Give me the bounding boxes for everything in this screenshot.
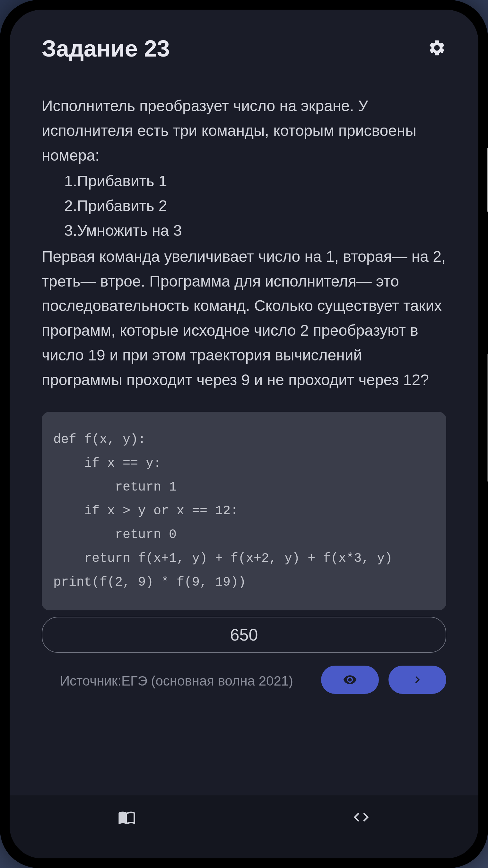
phone-frame: Задание 23 Исполнитель преобразует число… bbox=[0, 0, 488, 868]
chevron-right-icon bbox=[410, 673, 424, 687]
nav-book[interactable] bbox=[10, 808, 244, 826]
code-block: def f(x, y): if x == y: return 1 if x > … bbox=[42, 412, 446, 610]
problem-body: Первая команда увеличивает число на 1, в… bbox=[42, 245, 446, 393]
code-icon bbox=[352, 808, 370, 826]
problem-text: Исполнитель преобразует число на экране.… bbox=[42, 94, 446, 393]
bottom-nav bbox=[10, 796, 478, 858]
source-text: Источник:ЕГЭ (основная волна 2021) bbox=[42, 665, 312, 693]
action-buttons bbox=[321, 665, 446, 694]
commands-list: 1.Прибавить 1 2.Прибавить 2 3.Умножить н… bbox=[42, 169, 446, 243]
view-button[interactable] bbox=[321, 665, 379, 694]
command-item: 3.Умножить на 3 bbox=[64, 218, 446, 243]
next-button[interactable] bbox=[388, 665, 446, 694]
command-item: 2.Прибавить 2 bbox=[64, 194, 446, 218]
nav-code[interactable] bbox=[244, 808, 478, 826]
header: Задание 23 bbox=[10, 10, 478, 74]
phone-side-button bbox=[487, 353, 488, 482]
gear-icon bbox=[428, 38, 446, 57]
source-label: Источник: bbox=[60, 673, 121, 688]
settings-button[interactable] bbox=[428, 38, 446, 59]
content-area: Исполнитель преобразует число на экране.… bbox=[10, 74, 478, 796]
eye-icon bbox=[343, 673, 357, 687]
phone-side-button bbox=[487, 148, 488, 212]
page-title: Задание 23 bbox=[42, 35, 170, 62]
answer-input[interactable] bbox=[42, 617, 446, 653]
source-value: ЕГЭ (основная волна 2021) bbox=[121, 673, 293, 688]
problem-intro: Исполнитель преобразует число на экране.… bbox=[42, 94, 446, 168]
footer-row: Источник:ЕГЭ (основная волна 2021) bbox=[42, 665, 446, 694]
book-icon bbox=[118, 808, 136, 826]
command-item: 1.Прибавить 1 bbox=[64, 169, 446, 194]
phone-screen: Задание 23 Исполнитель преобразует число… bbox=[10, 10, 478, 858]
